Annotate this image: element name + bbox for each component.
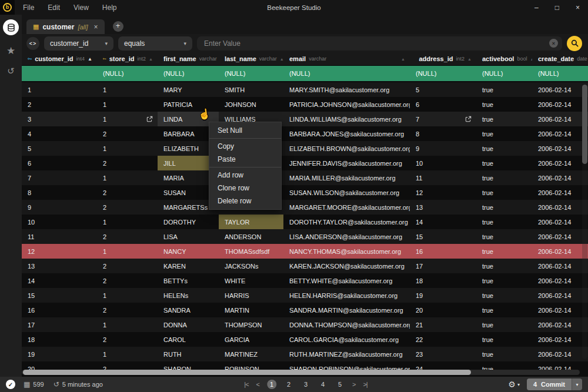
page-button-5[interactable]: 5 <box>335 381 345 388</box>
table-cell[interactable]: 2006-02-14 <box>532 156 588 170</box>
table-row[interactable]: 92MARGARETSsMOORESMARGARET.MOORE@sakilac… <box>22 200 588 215</box>
column-header-store_id[interactable]: store_idint2▲ <box>97 52 158 65</box>
table-cell[interactable]: 2 <box>97 229 158 244</box>
table-cell[interactable]: 19 <box>22 347 97 361</box>
table-cell[interactable]: 18 <box>22 332 97 347</box>
table-cell[interactable]: SANDRA <box>158 303 219 317</box>
insert-row-cell[interactable]: (NULL) <box>476 70 532 77</box>
table-cell[interactable]: true <box>476 141 532 156</box>
table-cell[interactable]: 1 <box>22 82 97 97</box>
table-cell[interactable]: 3 <box>22 112 97 126</box>
page-button-1[interactable]: 1 <box>267 380 276 389</box>
table-cell[interactable]: 9 <box>22 200 97 215</box>
previous-page-button[interactable]: < <box>256 381 259 388</box>
table-cell[interactable]: GARCIA <box>219 332 283 347</box>
table-row[interactable]: 151HELENsHARRISHELEN.HARRIS@sakilacustom… <box>22 288 588 303</box>
table-cell[interactable]: true <box>476 170 532 185</box>
context-menu-item-paste[interactable]: Paste <box>209 153 281 166</box>
table-cell[interactable]: MARGARET.MOORE@sakilacustomer.org <box>283 200 410 215</box>
menu-file[interactable]: File <box>23 4 34 12</box>
menu-view[interactable]: View <box>74 4 89 12</box>
table-cell[interactable]: true <box>476 347 532 361</box>
table-cell[interactable]: 2006-02-14 <box>532 215 588 229</box>
table-cell[interactable]: 2006-02-14 <box>532 126 588 141</box>
table-cell[interactable]: true <box>476 97 532 112</box>
table-cell[interactable]: 11 <box>22 229 97 244</box>
table-cell[interactable]: 17 <box>410 259 476 273</box>
table-cell[interactable]: 2006-02-14 <box>532 259 588 273</box>
table-cell[interactable]: JOHNSON <box>219 97 283 112</box>
table-row[interactable]: 121NANCYTHOMASsdfsdfNANCY.THOMAS@sakilac… <box>22 244 588 259</box>
table-cell[interactable]: 2006-02-14 <box>532 273 588 288</box>
table-cell[interactable]: RUTH <box>158 347 219 361</box>
table-row[interactable]: 171DONNATHOMPSONDONNA.THOMPSON@sakilacus… <box>22 317 588 332</box>
maximize-button[interactable]: □ <box>555 4 559 12</box>
table-cell[interactable]: BETTYs <box>158 273 219 288</box>
context-menu-item-delete-row[interactable]: Delete row <box>209 195 281 207</box>
table-cell[interactable]: 10 <box>22 215 97 229</box>
table-cell[interactable]: true <box>476 259 532 273</box>
table-cell[interactable]: 1 <box>97 82 158 97</box>
column-header-last_name[interactable]: last_namevarchar▲ <box>219 52 283 65</box>
table-cell[interactable]: 1 <box>97 244 158 259</box>
table-cell[interactable]: PATRICIA.JOHNSON@sakilacustomer.org <box>283 97 410 112</box>
table-cell[interactable]: true <box>476 112 532 126</box>
page-button-4[interactable]: 4 <box>318 381 328 388</box>
table-cell[interactable]: JACKSONs <box>219 259 283 273</box>
table-cell[interactable]: RUTH.MARTINEZ@sakilacustomer.org <box>283 347 410 361</box>
table-cell[interactable]: 16 <box>22 303 97 317</box>
table-cell[interactable]: 2006-02-14 <box>532 97 588 112</box>
table-cell[interactable]: 7 <box>22 170 97 185</box>
table-cell[interactable]: 7 <box>410 112 476 126</box>
filter-value-input[interactable] <box>204 39 549 48</box>
sort-arrow-icon[interactable]: ▲ <box>88 56 92 62</box>
table-cell[interactable]: 6 <box>410 97 476 112</box>
table-row[interactable]: 112LISAANDERSONLISA.ANDERSON@sakilacusto… <box>22 229 588 244</box>
table-cell[interactable]: HARRIS <box>219 288 283 303</box>
table-cell[interactable]: 2006-02-14 <box>532 332 588 347</box>
table-cell[interactable]: PATRICIA <box>158 97 219 112</box>
column-header-email[interactable]: emailvarchar▲ <box>283 52 410 65</box>
sidebar-item-favorites[interactable]: ★ <box>6 46 15 56</box>
table-cell[interactable]: 14 <box>410 215 476 229</box>
context-menu-item-clone-row[interactable]: Clone row <box>209 182 281 195</box>
tab-customer[interactable]: ▦ customer [all] × <box>26 19 105 34</box>
column-header-address_id[interactable]: address_idint2▲ <box>410 52 476 65</box>
table-cell[interactable]: 2006-02-14 <box>532 200 588 215</box>
table-cell[interactable]: 2 <box>97 332 158 347</box>
table-row[interactable]: 21PATRICIAJOHNSONPATRICIA.JOHNSON@sakila… <box>22 97 588 112</box>
table-row[interactable]: 132KARENJACKSONsKAREN.JACKSON@sakilacust… <box>22 259 588 273</box>
table-cell[interactable]: LISA <box>158 229 219 244</box>
first-page-button[interactable]: |< <box>244 381 248 388</box>
table-cell[interactable]: NANCY.THOMAS@sakilacustomer.org <box>283 244 410 259</box>
table-row[interactable]: 101DOROTHYTAYLORDOROTHY.TAYLOR@sakilacus… <box>22 215 588 229</box>
table-cell[interactable]: 5 <box>22 141 97 156</box>
table-cell[interactable]: 15 <box>22 288 97 303</box>
insert-row-cell[interactable]: (NULL) <box>283 70 410 77</box>
table-row[interactable]: 51ELIZABETHBROWNELIZABETH.BROWN@sakilacu… <box>22 141 588 156</box>
page-button-2[interactable]: 2 <box>284 381 293 388</box>
table-cell[interactable]: BARBARA.JONES@sakilacustomer.org <box>283 126 410 141</box>
clear-filter-icon[interactable]: × <box>549 39 558 48</box>
column-header-customer_id[interactable]: customer_idint4▲ <box>22 52 97 65</box>
table-cell[interactable]: THOMPSON <box>219 317 283 332</box>
next-page-button[interactable]: > <box>352 381 355 388</box>
table-cell[interactable]: DONNA <box>158 317 219 332</box>
last-refresh[interactable]: ↺ 5 minutes ago <box>54 380 103 388</box>
sidebar-item-history[interactable]: ↺ <box>7 66 15 75</box>
table-cell[interactable]: 2006-02-14 <box>532 347 588 361</box>
table-row[interactable]: 142BETTYsWHITEBETTY.WHITE@sakilacustomer… <box>22 273 588 288</box>
table-cell[interactable]: 2 <box>97 259 158 273</box>
table-cell[interactable]: LINDA.WILLIAMS@sakilacustomer.org <box>283 112 410 126</box>
column-header-first_name[interactable]: first_namevarchar▲ <box>158 52 219 65</box>
table-cell[interactable]: 2006-02-14 <box>532 82 588 97</box>
commit-button[interactable]: 4 Commit <box>527 378 572 390</box>
table-cell[interactable]: 5 <box>410 82 476 97</box>
tab-close-icon[interactable]: × <box>94 23 98 31</box>
table-cell[interactable]: 1 <box>97 215 158 229</box>
table-cell[interactable]: 10 <box>410 156 476 170</box>
table-cell[interactable]: CAROL.GARCIA@sakilacustomer.org <box>283 332 410 347</box>
sql-toggle-button[interactable]: <> <box>26 37 39 50</box>
table-cell[interactable]: 23 <box>410 347 476 361</box>
table-cell[interactable]: 2006-02-14 <box>532 317 588 332</box>
